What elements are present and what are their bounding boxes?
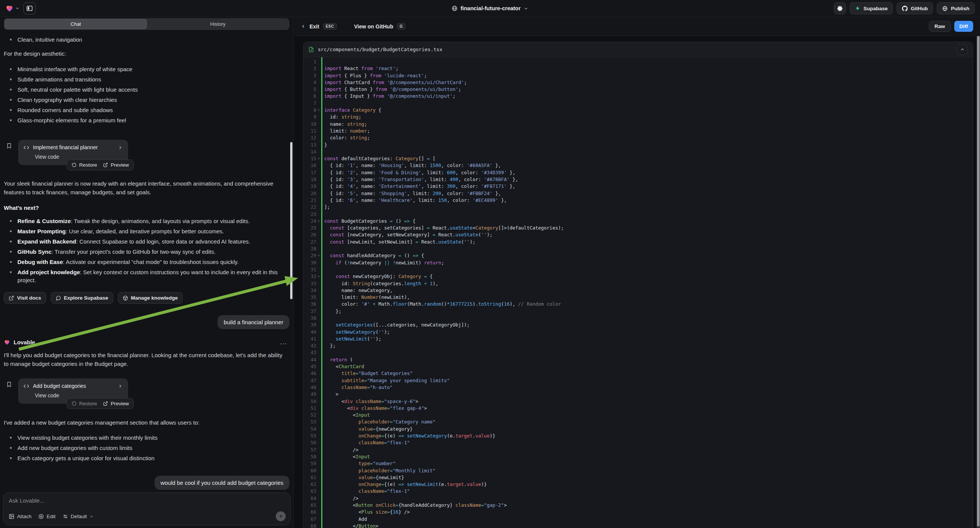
- code-line: 27 const [newLimit, setNewLimit] = React…: [304, 239, 973, 245]
- package-icon: [123, 296, 128, 301]
- code-line: 44 return (: [304, 356, 973, 363]
- code-line: 56 className="flex-1": [304, 439, 973, 446]
- code-line: 64 />: [304, 495, 973, 502]
- tab-chat[interactable]: Chat: [5, 19, 147, 29]
- raw-button[interactable]: Raw: [929, 21, 951, 32]
- send-button[interactable]: [276, 511, 286, 521]
- supabase-label: Supabase: [863, 6, 888, 11]
- list-item: Add new budget categories with custom li…: [4, 444, 290, 452]
- version-title: Implement financial planner: [33, 144, 114, 150]
- code-line: 40 setNewCategory('');: [304, 329, 973, 336]
- code-line: 6import { Input } from '@/components/ui/…: [304, 93, 973, 100]
- code-line: 59 type="number": [304, 460, 973, 467]
- chat-messages[interactable]: Clean, intuitive navigation For the desi…: [0, 33, 293, 490]
- view-on-github-button[interactable]: View on GitHub: [354, 24, 393, 30]
- view-code-link[interactable]: View code: [35, 393, 123, 398]
- code-line: 37 };: [304, 308, 973, 315]
- gear-icon: [837, 5, 843, 12]
- back-chevron-icon[interactable]: [301, 24, 306, 29]
- help-paragraph: I'll help you add budget categories to t…: [4, 351, 290, 368]
- code-line: 4import ChartCard from '@/components/ui/…: [304, 79, 973, 86]
- list-item: Glass-morphic elements for a premium fee…: [4, 116, 290, 124]
- collapse-file-button[interactable]: [956, 44, 968, 55]
- version-card-row: Implement financial planner View code Re…: [4, 140, 290, 165]
- user-message-bubble: would be cool if you could add budget ca…: [154, 476, 290, 490]
- code-line: 21 { id: '6', name: 'Healthcare', limit:…: [304, 197, 973, 204]
- suggestion-buttons: Visit docs Explore Supabase Manage knowl…: [4, 292, 290, 304]
- supabase-button[interactable]: Supabase: [850, 2, 893, 14]
- code-line: 52 <Input: [304, 412, 973, 418]
- list-item: Minimalist interface with plenty of whit…: [4, 65, 290, 73]
- chat-scrollbar[interactable]: [290, 142, 293, 299]
- lovable-heart-icon: [4, 339, 10, 345]
- code-line: 43: [304, 349, 973, 356]
- chat-panel: Chat History Clean, intuitive navigation…: [0, 17, 294, 528]
- code-line: 53 placeholder="Category name": [304, 418, 973, 425]
- code-line: 55 onChange={(e) => setNewCategory(e.tar…: [304, 433, 973, 439]
- project-switcher[interactable]: financial-future-creator: [452, 5, 529, 11]
- g-keycap: G: [397, 23, 405, 30]
- publish-button[interactable]: Publish: [937, 2, 975, 14]
- code-viewer-toolbar: Exit ESC View on GitHub G Raw Diff: [294, 17, 980, 36]
- exit-button[interactable]: Exit: [310, 24, 319, 30]
- code-line: 57 />: [304, 447, 973, 453]
- code-line: 17 { id: '2', name: 'Food & Dining', lim…: [304, 169, 973, 176]
- code-line: 3import { Plus } from 'lucide-react';: [304, 72, 973, 79]
- code-panel: Exit ESC View on GitHub G Raw Diff src/c…: [294, 17, 980, 528]
- attach-button[interactable]: Attach: [9, 514, 32, 519]
- code-line: 48 className="h-auto": [304, 384, 973, 391]
- tab-history[interactable]: History: [147, 19, 289, 29]
- github-button[interactable]: GitHub: [897, 2, 933, 14]
- code-line: 7: [304, 100, 973, 107]
- visit-docs-button[interactable]: Visit docs: [4, 292, 46, 304]
- chevron-right-icon: [118, 384, 123, 389]
- version-card-add-budget-categories[interactable]: Add budget categories View code Restore: [18, 379, 128, 404]
- restore-button[interactable]: Restore: [72, 162, 97, 168]
- diff-button[interactable]: Diff: [954, 21, 974, 32]
- code-scrollbar[interactable]: [977, 36, 980, 528]
- bookmark-icon[interactable]: [6, 143, 12, 149]
- list-item: Clean, intuitive navigation: [4, 36, 290, 44]
- code-line: 38: [304, 315, 973, 321]
- publish-label: Publish: [951, 6, 969, 11]
- view-code-link[interactable]: View code: [35, 154, 123, 160]
- code-line: 33 id: String(categories.length + 1),: [304, 280, 973, 287]
- version-card-row: Add budget categories View code Restore: [4, 379, 290, 404]
- code-line: 9 id: string;: [304, 114, 973, 121]
- list-item: Add project knowledge: Set key context o…: [4, 268, 290, 284]
- github-icon: [902, 6, 908, 11]
- chat-input[interactable]: [9, 497, 285, 504]
- code-line: 49 >: [304, 391, 973, 398]
- code-line: 32∨ const newCategoryObj: Category = {: [304, 273, 973, 280]
- bookmark-icon[interactable]: [6, 382, 12, 388]
- toggle-sidebar-button[interactable]: [24, 2, 36, 14]
- chevron-down-icon: [15, 6, 20, 11]
- file-path: src/components/budget/BudgetCategories.t…: [318, 46, 442, 52]
- code-line: 36 color: '#' + Math.floor(Math.random()…: [304, 301, 973, 308]
- list-item: Subtle animations and transitions: [4, 75, 290, 83]
- code-line: 16 { id: '1', name: 'Housing', limit: 15…: [304, 162, 973, 169]
- preview-button[interactable]: Preview: [103, 401, 129, 406]
- list-item: GitHub Sync: Transfer your project's cod…: [4, 248, 290, 256]
- settings-button[interactable]: [834, 2, 846, 14]
- lovable-logo-menu[interactable]: [5, 4, 20, 13]
- code-scrollbar-thumb[interactable]: [977, 36, 980, 526]
- file-header[interactable]: src/components/budget/BudgetCategories.t…: [304, 42, 973, 57]
- added-paragraph: I've added a new budget categories manag…: [4, 418, 290, 427]
- version-card-implement-planner[interactable]: Implement financial planner View code Re…: [18, 140, 128, 165]
- code-line: 8∨interface Category {: [304, 107, 973, 114]
- topbar: financial-future-creator Supabase: [0, 0, 980, 17]
- file-diff-card: src/components/budget/BudgetCategories.t…: [303, 42, 973, 528]
- explore-supabase-button[interactable]: Explore Supabase: [51, 292, 113, 304]
- code-line: 10 name: string;: [304, 121, 973, 128]
- chat-bubble-icon: [56, 296, 61, 301]
- code-line: 31: [304, 266, 973, 273]
- edit-button[interactable]: Edit: [38, 514, 55, 519]
- restore-button[interactable]: Restore: [72, 401, 97, 406]
- preview-button[interactable]: Preview: [103, 162, 129, 168]
- message-menu-button[interactable]: ...: [280, 339, 287, 345]
- manage-knowledge-button[interactable]: Manage knowledge: [118, 292, 183, 304]
- code-editor[interactable]: 12import React from 'react';3import { Pl…: [304, 57, 973, 528]
- mode-selector[interactable]: Default: [62, 514, 94, 519]
- code-line: 19 { id: '4', name: 'Entertainment', lim…: [304, 183, 973, 190]
